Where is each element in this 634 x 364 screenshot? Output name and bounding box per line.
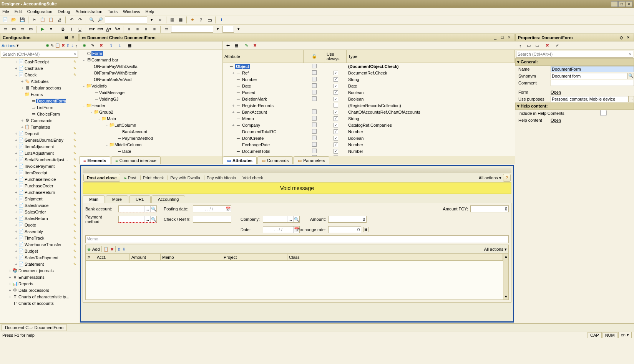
taskbar-item[interactable]: Document C...: DocumentForm xyxy=(2,324,67,331)
dropdown-icon[interactable]: ▾ xyxy=(47,25,55,33)
preview-tab-more[interactable]: More xyxy=(106,195,128,203)
calculator-icon[interactable]: 🖩 xyxy=(363,227,368,232)
minimize-doc-icon[interactable]: _ xyxy=(492,35,498,40)
props-search-box[interactable]: × xyxy=(516,51,633,58)
attribute-row[interactable]: +─RefDocumentRef.Check xyxy=(223,69,515,76)
delete-icon[interactable]: ✖ xyxy=(251,42,258,49)
config-tree-row[interactable]: +📄ItemReceipt✎ xyxy=(0,169,79,176)
bold-icon[interactable]: B xyxy=(59,25,67,33)
pay-bitcoin-button[interactable]: Pay with bitcoin xyxy=(204,175,238,180)
print-icon[interactable]: 🖨 xyxy=(56,16,63,24)
attribute-row[interactable]: ─DocumentTotalNumber xyxy=(223,148,515,154)
dropdown-icon[interactable]: ▾ xyxy=(214,25,222,33)
config-tree-row[interactable]: +📄Budget✎ xyxy=(0,248,79,254)
toolbar-icon[interactable]: ▭ xyxy=(27,25,35,33)
section-help[interactable]: ▾ Help content: xyxy=(515,103,634,110)
config-tree-row[interactable]: +≡Enumerations xyxy=(0,274,79,280)
copy-icon[interactable]: 📋 xyxy=(39,16,46,24)
moveup-icon[interactable]: ⇧ xyxy=(108,42,115,49)
search-combo[interactable] xyxy=(105,17,147,23)
check-icon[interactable]: ✓ xyxy=(554,42,561,49)
movedown-icon[interactable]: ⇩ xyxy=(116,42,123,49)
fontcolor-icon[interactable]: A▾ xyxy=(105,25,113,33)
attribute-row[interactable]: ─ExchangeRateNumber xyxy=(223,141,515,148)
attributes-body[interactable]: -─Object(DocumentObject.Check)+─RefDocum… xyxy=(223,63,515,156)
menu-debug[interactable]: Debug xyxy=(58,9,70,14)
help-button[interactable]: ? xyxy=(503,174,511,182)
undo-icon[interactable]: ↶ xyxy=(68,16,75,24)
new-icon[interactable]: 📄 xyxy=(2,16,9,24)
minimize-button[interactable]: _ xyxy=(611,1,618,7)
delete-icon[interactable]: ✖ xyxy=(61,43,65,48)
config-tree-row[interactable]: +📄SalesOrder✎ xyxy=(0,208,79,215)
status-lang[interactable]: en ▾ xyxy=(618,332,632,338)
amount-field[interactable]: 0 xyxy=(328,216,367,223)
close-doc-icon[interactable]: × xyxy=(506,35,512,40)
element-tree-row[interactable]: -📁Header xyxy=(79,102,222,109)
config-tree-row[interactable]: +📄SerialNumbersAdjust...✎ xyxy=(0,156,79,163)
insert-icon[interactable]: ⬅ xyxy=(224,42,231,49)
config-tree-row[interactable]: +🏷️Attributes xyxy=(0,78,79,84)
element-tree-row[interactable]: ─BankAccount xyxy=(79,128,222,135)
element-tree-row[interactable]: -📁VoidInfo xyxy=(79,83,222,89)
attribute-row[interactable]: ─DateDate xyxy=(223,83,515,89)
menu-edit[interactable]: Edit xyxy=(15,9,22,14)
save-icon[interactable]: 💾 xyxy=(18,16,26,24)
attribute-row[interactable]: +─CompanyCatalogRef.Companies xyxy=(223,122,515,128)
underline-icon[interactable]: U xyxy=(76,25,84,33)
config-tree-row[interactable]: +📄SalesTaxPayment✎ xyxy=(0,254,79,261)
redo-icon[interactable]: ↷ xyxy=(76,16,84,24)
pay-dwolla-button[interactable]: Pay with Dwolla xyxy=(168,175,202,180)
config-tree-row[interactable]: +⚙Commands xyxy=(0,117,79,124)
columns-icon[interactable]: ▦ xyxy=(233,42,240,49)
element-tree-row[interactable]: -📁MiddleColumn xyxy=(79,141,222,148)
section-general[interactable]: ▾ General: xyxy=(515,58,634,66)
all-actions-menu[interactable]: All actions ▾ xyxy=(479,175,501,180)
attribute-row[interactable]: ─NumberString xyxy=(223,76,515,83)
sort-icon[interactable]: ↕ xyxy=(517,42,524,49)
movedown-icon[interactable]: ⇩ xyxy=(71,43,74,48)
lookup-icon[interactable]: 🔍 xyxy=(628,73,634,79)
date-field[interactable]: . . / /📅 xyxy=(263,226,300,233)
config-tree-row[interactable]: +📊Reports xyxy=(0,280,79,287)
grid-col-amount[interactable]: Amount xyxy=(130,254,161,261)
config-tree-row[interactable]: +📄Quote✎ xyxy=(0,222,79,228)
font-combo[interactable] xyxy=(171,26,213,33)
config-tree-row[interactable]: +📄TimeTrack✎ xyxy=(0,235,79,241)
grid-col-class[interactable]: Class xyxy=(287,254,503,261)
bank-account-field[interactable]: ...🔍 xyxy=(118,205,157,212)
config-tree-row[interactable]: +TCharts of characteristic ty... xyxy=(0,293,79,300)
config-tree-row[interactable]: +📄PurchaseInvoice✎ xyxy=(0,176,79,182)
config-tree-row[interactable]: +▦Tabular sections xyxy=(0,84,79,91)
open-icon[interactable]: 📂 xyxy=(10,16,18,24)
delete-icon[interactable]: ✖ xyxy=(98,42,105,49)
align-right-icon[interactable]: ≡ xyxy=(142,25,150,33)
config-tree-row[interactable]: +⚙Data processors xyxy=(0,287,79,293)
toolbar-icon[interactable]: ▦ xyxy=(168,16,176,24)
maximize-doc-icon[interactable]: □ xyxy=(499,35,505,40)
grid-scrollbar[interactable]: ▴▾ xyxy=(503,254,508,299)
config-tree-row[interactable]: +📄PurchaseReturn✎ xyxy=(0,189,79,195)
config-tree-row[interactable]: +📄SalesReturn✎ xyxy=(0,215,79,222)
preview-tab-main[interactable]: Main xyxy=(83,195,105,203)
exchange-rate-field[interactable]: 0 xyxy=(328,226,361,233)
run-icon[interactable]: ▶ xyxy=(39,25,46,33)
edit-icon[interactable]: ✎ xyxy=(89,42,96,49)
all-actions-grid-menu[interactable]: All actions ▾ xyxy=(484,247,507,252)
element-tree-row[interactable]: ▭Form xyxy=(79,50,222,56)
menu-administration[interactable]: Administration xyxy=(76,9,103,14)
comment-input[interactable] xyxy=(551,80,634,86)
config-tree-row[interactable]: +📄Statement✎ xyxy=(0,261,79,267)
config-tree-row[interactable]: +📄SalesInvoice✎ xyxy=(0,202,79,208)
pin-icon[interactable]: ⊟ xyxy=(63,35,69,40)
align-center-icon[interactable]: ≡ xyxy=(134,25,141,33)
clear-search-icon[interactable]: × xyxy=(628,52,633,56)
elements-tree[interactable]: ▭Form-⊟Command barOKFormPayWithDwollaOKF… xyxy=(79,50,222,156)
add-button[interactable]: Add xyxy=(92,247,100,251)
tab-command-interface[interactable]: ≡Command interface xyxy=(111,156,160,164)
config-tree-row[interactable]: -📁Forms xyxy=(0,91,79,98)
config-tree[interactable]: +📄CashReceipt✎+📄CashSale✎-📄Check✎+🏷️Attr… xyxy=(0,58,79,323)
config-tree-row[interactable]: +📄ItemAdjustment✎ xyxy=(0,143,79,150)
attribute-row[interactable]: ─DontCreateBoolean xyxy=(223,135,515,141)
justify-icon[interactable]: ≡ xyxy=(151,25,158,33)
